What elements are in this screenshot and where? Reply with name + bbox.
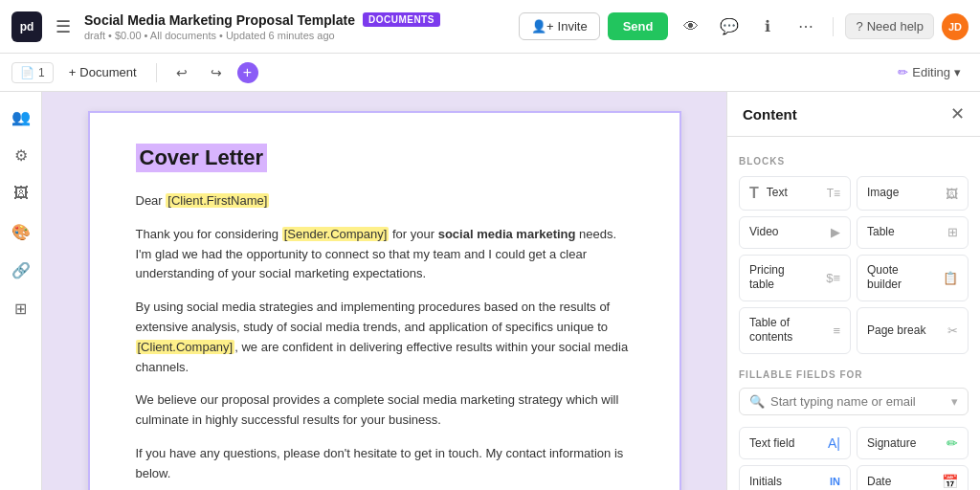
users-icon: 👥	[11, 108, 31, 126]
sidebar-grid-icon[interactable]: ⊞	[4, 291, 38, 325]
page-icon: 📄	[20, 66, 34, 79]
eye-icon: 👁	[683, 18, 699, 35]
dropdown-icon: ▾	[951, 394, 958, 409]
docs-badge: DOCUMENTS	[363, 12, 440, 27]
send-button[interactable]: Send	[608, 12, 669, 40]
video-block-icon: ▶	[831, 225, 840, 239]
search-input[interactable]	[770, 394, 946, 409]
fillable-search[interactable]: 🔍 ▾	[739, 388, 969, 415]
canvas-area: Cover Letter Dear [Client.FirstName] Tha…	[42, 92, 726, 490]
bold-phrase: social media marketing	[438, 227, 576, 241]
fields-grid: Text field A| Signature ✏ Initials IN Da…	[739, 427, 969, 490]
signature-icon: ✏	[947, 435, 958, 451]
editing-button[interactable]: ✏ Editing ▾	[890, 61, 969, 83]
doc-toolbar: 📄 1 + Document ↩ ↪ + ✏ Editing ▾	[0, 54, 980, 92]
app-logo: pd	[11, 11, 42, 42]
strategy-para: By using social media strategies and imp…	[136, 298, 634, 377]
blocks-label: BLOCKS	[739, 156, 969, 167]
field-date[interactable]: Date 📅	[857, 465, 969, 490]
redo-button[interactable]: ↪	[203, 61, 230, 84]
sidebar-link-icon[interactable]: 🔗	[4, 253, 38, 287]
sender-company-1: [Sender.Company]	[282, 227, 390, 241]
page-indicator: 📄 1	[11, 62, 54, 83]
block-image[interactable]: Image 🖼	[857, 176, 969, 211]
close-panel-button[interactable]: ✕	[950, 103, 965, 124]
sidebar-palette-icon[interactable]: 🎨	[4, 214, 38, 249]
search-icon: 🔍	[749, 394, 765, 409]
table-block-icon: ⊞	[947, 225, 958, 239]
field-text[interactable]: Text field A|	[739, 427, 851, 459]
block-pricing-table[interactable]: Pricingtable $≡	[739, 255, 851, 301]
settings-icon: ⚙	[14, 146, 28, 165]
undo-icon: ↩	[176, 65, 188, 80]
sidebar-users-icon[interactable]: 👥	[4, 100, 38, 134]
fillable-label: FILLABLE FIELDS FOR	[739, 369, 969, 380]
thank-you-para: Thank you for considering [Sender.Compan…	[136, 225, 634, 284]
field-initials[interactable]: Initials IN	[739, 465, 851, 490]
palette-icon: 🎨	[11, 223, 31, 241]
textfield-label: Text field	[749, 436, 794, 450]
more-button[interactable]: ⋯	[791, 11, 821, 42]
left-sidebar: 👥 ⚙ 🖼 🎨 🔗 ⊞	[0, 92, 42, 490]
doc-title-section: Social Media Marketing Proposal Template…	[84, 12, 509, 41]
sidebar-settings-icon[interactable]: ⚙	[4, 138, 38, 172]
info-icon: ℹ	[765, 17, 770, 35]
doc-meta: draft • $0.00 • All documents • Updated …	[84, 30, 509, 41]
block-quote-builder[interactable]: Quotebuilder 📋	[857, 255, 969, 301]
initials-icon: IN	[830, 476, 840, 487]
text-format-icon: T≡	[827, 187, 840, 200]
toc-block-icon: ≡	[833, 323, 840, 338]
invite-button[interactable]: 👤+ Invite	[519, 12, 600, 40]
client-firstname: [Client.FirstName]	[166, 193, 269, 208]
help-button[interactable]: ? Need help	[845, 13, 934, 39]
avatar: JD	[942, 13, 969, 40]
document-page: Cover Letter Dear [Client.FirstName] Tha…	[88, 111, 681, 490]
greeting-para: Dear [Client.FirstName]	[136, 191, 634, 212]
chat-button[interactable]: 💬	[714, 11, 745, 42]
proposal-para: We believe our proposal provides a compl…	[136, 390, 634, 431]
chevron-down-icon: ▾	[954, 65, 961, 79]
plus-icon: +	[69, 65, 77, 79]
undo-button[interactable]: ↩	[168, 61, 195, 84]
panel-content: BLOCKS T Text T≡ Image 🖼 Video ▶	[727, 137, 980, 490]
more-icon: ⋯	[798, 17, 813, 35]
link-icon: 🔗	[11, 261, 31, 279]
main-area: 👥 ⚙ 🖼 🎨 🔗 ⊞ Cover Letter Dear [Client.Fi…	[0, 92, 980, 490]
image-icon: 🖼	[13, 185, 29, 202]
sidebar-image-icon[interactable]: 🖼	[4, 176, 38, 211]
initials-label: Initials	[749, 475, 782, 488]
plus-circle-button[interactable]: +	[237, 62, 258, 83]
pagebreak-block-icon: ✂	[947, 323, 958, 338]
info-button[interactable]: ℹ	[752, 11, 783, 42]
client-company: [Client.Company]	[136, 340, 235, 354]
textfield-icon: A|	[828, 435, 840, 451]
invite-icon: 👤+	[531, 19, 554, 33]
right-panel: Content ✕ BLOCKS T Text T≡ Image 🖼 Vid	[726, 92, 980, 490]
redo-icon: ↪	[211, 65, 222, 80]
date-label: Date	[867, 475, 891, 488]
block-video[interactable]: Video ▶	[739, 216, 851, 249]
cover-letter-title: Cover Letter	[136, 144, 268, 172]
eye-button[interactable]: 👁	[676, 11, 706, 42]
pricing-block-icon: $≡	[826, 271, 840, 285]
signature-label: Signature	[867, 436, 916, 450]
edit-icon: ✏	[898, 65, 908, 79]
image-block-icon: 🖼	[946, 187, 958, 201]
block-toc[interactable]: Table ofcontents ≡	[739, 307, 851, 354]
questions-para: If you have any questions, please don't …	[136, 444, 634, 484]
add-document-button[interactable]: + Document	[61, 61, 145, 83]
main-header: pd ☰ Social Media Marketing Proposal Tem…	[0, 0, 980, 54]
field-signature[interactable]: Signature ✏	[857, 427, 969, 459]
block-table[interactable]: Table ⊞	[857, 216, 969, 249]
doc-title: Social Media Marketing Proposal Template	[84, 12, 355, 28]
date-icon: 📅	[942, 474, 958, 489]
text-block-icon: T	[749, 185, 759, 202]
hamburger-menu[interactable]: ☰	[52, 12, 75, 41]
panel-title: Content	[743, 106, 797, 122]
block-text[interactable]: T Text T≡	[739, 176, 851, 211]
blocks-grid: T Text T≡ Image 🖼 Video ▶ Table ⊞	[739, 176, 969, 354]
grid-icon: ⊞	[14, 300, 27, 318]
header-actions: 👤+ Invite Send 👁 💬 ℹ ⋯ ? Need help JD	[519, 11, 969, 42]
panel-header: Content ✕	[727, 92, 980, 137]
block-page-break[interactable]: Page break ✂	[857, 307, 969, 354]
